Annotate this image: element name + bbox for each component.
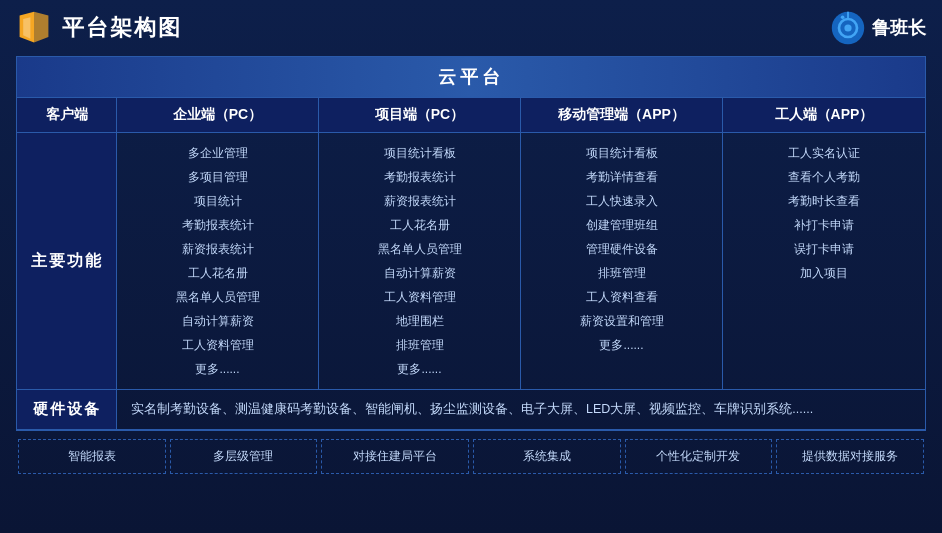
col-header-mobile: 移动管理端（APP）	[521, 98, 723, 132]
project-features: 项目统计看板考勤报表统计薪资报表统计工人花名册黑名单人员管理自动计算薪资工人资料…	[319, 133, 521, 389]
list-item: 黑名单人员管理	[329, 237, 510, 261]
page: 平台架构图 鲁班长 云平台 客户端 企业端（PC） 项目端（PC） 移动管理端（…	[0, 0, 942, 533]
list-item: 加入项目	[733, 261, 915, 285]
list-item: 自动计算薪资	[329, 261, 510, 285]
feature-item: 个性化定制开发	[625, 439, 773, 474]
list-item: 补打卡申请	[733, 213, 915, 237]
list-item: 考勤报表统计	[127, 213, 308, 237]
list-item: 工人资料查看	[531, 285, 712, 309]
list-item: 项目统计看板	[531, 141, 712, 165]
list-item: 考勤详情查看	[531, 165, 712, 189]
list-item: 更多......	[329, 357, 510, 381]
list-item: 地理围栏	[329, 309, 510, 333]
list-item: 排班管理	[329, 333, 510, 357]
list-item: 管理硬件设备	[531, 237, 712, 261]
svg-point-7	[841, 15, 845, 19]
list-item: 排班管理	[531, 261, 712, 285]
svg-marker-2	[23, 17, 30, 39]
main-table: 云平台 客户端 企业端（PC） 项目端（PC） 移动管理端（APP） 工人端（A…	[16, 56, 926, 431]
main-functions-row: 主要功能 多企业管理多项目管理项目统计考勤报表统计薪资报表统计工人花名册黑名单人…	[17, 133, 925, 390]
brand-logo: 鲁班长	[830, 10, 926, 46]
page-title: 平台架构图	[62, 13, 182, 43]
list-item: 自动计算薪资	[127, 309, 308, 333]
hardware-row: 硬件设备 实名制考勤设备、测温健康码考勤设备、智能闸机、扬尘监测设备、电子大屏、…	[17, 390, 925, 430]
col-header-enterprise: 企业端（PC）	[117, 98, 319, 132]
list-item: 黑名单人员管理	[127, 285, 308, 309]
mobile-features: 项目统计看板考勤详情查看工人快速录入创建管理班组管理硬件设备排班管理工人资料查看…	[521, 133, 723, 389]
list-item: 工人花名册	[127, 261, 308, 285]
list-item: 更多......	[531, 333, 712, 357]
column-headers: 客户端 企业端（PC） 项目端（PC） 移动管理端（APP） 工人端（APP）	[17, 98, 925, 133]
list-item: 薪资报表统计	[127, 237, 308, 261]
list-item: 多企业管理	[127, 141, 308, 165]
list-item: 工人资料管理	[329, 285, 510, 309]
cloud-platform-label: 云平台	[438, 67, 504, 87]
enterprise-features: 多企业管理多项目管理项目统计考勤报表统计薪资报表统计工人花名册黑名单人员管理自动…	[117, 133, 319, 389]
hardware-label: 硬件设备	[17, 390, 117, 429]
list-item: 多项目管理	[127, 165, 308, 189]
feature-item: 系统集成	[473, 439, 621, 474]
cloud-platform-row: 云平台	[17, 57, 925, 98]
worker-features: 工人实名认证查看个人考勤考勤时长查看补打卡申请误打卡申请加入项目	[723, 133, 925, 389]
feature-item: 智能报表	[18, 439, 166, 474]
brand-icon	[830, 10, 866, 46]
list-item: 创建管理班组	[531, 213, 712, 237]
feature-item: 多层级管理	[170, 439, 318, 474]
list-item: 更多......	[127, 357, 308, 381]
logo-icon	[16, 10, 52, 46]
list-item: 考勤报表统计	[329, 165, 510, 189]
list-item: 误打卡申请	[733, 237, 915, 261]
col-header-worker: 工人端（APP）	[723, 98, 925, 132]
brand-name: 鲁班长	[872, 16, 926, 40]
hardware-content: 实名制考勤设备、测温健康码考勤设备、智能闸机、扬尘监测设备、电子大屏、LED大屏…	[117, 390, 925, 429]
list-item: 工人快速录入	[531, 189, 712, 213]
list-item: 工人资料管理	[127, 333, 308, 357]
header: 平台架构图 鲁班长	[16, 10, 926, 46]
header-left: 平台架构图	[16, 10, 182, 46]
features-row: 智能报表多层级管理对接住建局平台系统集成个性化定制开发提供数据对接服务	[16, 439, 926, 474]
col-header-project: 项目端（PC）	[319, 98, 521, 132]
list-item: 查看个人考勤	[733, 165, 915, 189]
list-item: 项目统计	[127, 189, 308, 213]
feature-item: 对接住建局平台	[321, 439, 469, 474]
list-item: 工人花名册	[329, 213, 510, 237]
list-item: 考勤时长查看	[733, 189, 915, 213]
list-item: 薪资报表统计	[329, 189, 510, 213]
col-header-client: 客户端	[17, 98, 117, 132]
main-functions-label: 主要功能	[17, 133, 117, 389]
feature-item: 提供数据对接服务	[776, 439, 924, 474]
svg-marker-1	[34, 12, 48, 43]
list-item: 项目统计看板	[329, 141, 510, 165]
list-item: 薪资设置和管理	[531, 309, 712, 333]
list-item: 工人实名认证	[733, 141, 915, 165]
svg-point-5	[844, 24, 851, 31]
